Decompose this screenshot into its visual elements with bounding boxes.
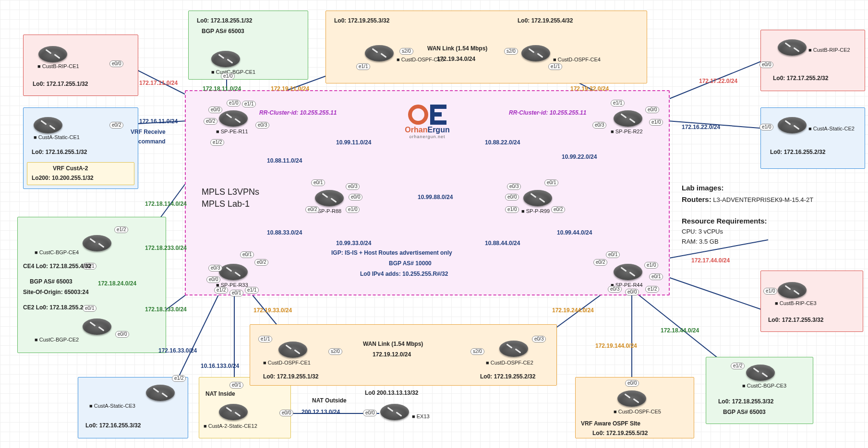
- if-r11-e00: e0/0: [208, 106, 222, 113]
- router-custb-ce2[interactable]: [778, 39, 807, 56]
- label-custc-ce4: CustC-BGP-CE4: [35, 249, 79, 255]
- if-r99-e10: e1/0: [505, 206, 519, 213]
- custd-bot-wanip: 172.19.12.0/24: [373, 351, 411, 358]
- edge-d11: 172.19.11.0/24: [271, 85, 309, 92]
- router-custc-ce4[interactable]: [83, 235, 111, 251]
- router-custa-ce3[interactable]: [146, 385, 175, 401]
- if-ca2-e10: e1/0: [760, 124, 773, 130]
- if-cc2-e01: e0/1: [83, 305, 96, 312]
- router-custd-ce5[interactable]: [617, 390, 646, 407]
- router-sp-p-r99[interactable]: [523, 190, 552, 206]
- if-r33-e02-t: e0/2: [254, 259, 268, 266]
- router-custc-ce3[interactable]: [746, 365, 775, 381]
- router-sp-p-r88[interactable]: [315, 190, 344, 206]
- router-custd-ce2[interactable]: [499, 341, 528, 357]
- if-r11-e03: e0/3: [255, 122, 269, 129]
- if-r22-e11: e1/1: [611, 100, 625, 106]
- router-custc-ce2[interactable]: [83, 318, 111, 335]
- cb3-lo: Lo0: 172.17.255.3/32: [768, 317, 823, 323]
- if-cc4-e12: e1/2: [114, 226, 128, 233]
- custa-ce1-lo: Lo0: 172.16.255.1/32: [32, 149, 87, 155]
- router-custd-ce3[interactable]: [365, 45, 394, 61]
- if-r88-e03: e0/3: [346, 183, 360, 190]
- link-10-88-44: 10.88.44.0/24: [485, 240, 520, 247]
- custa-vrf2: Lo200: 10.200.255.1/32: [32, 175, 94, 181]
- edge-c44: 172.18.44.0/24: [661, 327, 699, 334]
- edge-d244: 172.19.244.0/24: [552, 307, 594, 314]
- custb-ce2-box: [760, 30, 865, 91]
- router-sp-pe-r11[interactable]: [219, 110, 248, 127]
- if-r33-e12: e1/2: [214, 287, 228, 294]
- if-r11-e12: e1/2: [210, 139, 224, 146]
- if-r88-e00: e0/0: [349, 194, 362, 200]
- if-r44-e01-t: e0/1: [606, 251, 620, 258]
- custa-ce2-box: [760, 107, 865, 169]
- router-custb-ce3[interactable]: [778, 282, 807, 298]
- if-cdb2-e03: e0/3: [532, 336, 546, 342]
- label-custa-ce2: CustA-Static-CE2: [808, 126, 855, 131]
- if-r99-e03: e0/3: [507, 183, 521, 190]
- if-r33-e11: e1/1: [245, 287, 259, 294]
- router-custd-ce1[interactable]: [278, 342, 307, 358]
- if-r99-e02: e0/2: [551, 206, 565, 213]
- link-10-99-88: 10.99.88.0/24: [418, 194, 453, 200]
- label-custb-ce3: CustB-RIP-CE3: [775, 300, 817, 306]
- if-r99-e01: e0/1: [544, 179, 558, 186]
- if-cdb1-e11: e1/1: [258, 336, 272, 342]
- edge-d22: 172.19.22.0/24: [570, 85, 609, 92]
- link-10-88-22: 10.88.22.0/24: [485, 139, 520, 146]
- router-custd-ce4[interactable]: [521, 45, 550, 61]
- if-r44-e01-b: e0/1: [649, 273, 663, 280]
- ca2-lo: Lo0: 172.16.255.2/32: [770, 149, 825, 155]
- router-ex13[interactable]: [380, 404, 409, 420]
- if-cdb2-s20: s2/0: [470, 348, 484, 355]
- router-nat-ce12[interactable]: [219, 404, 248, 420]
- custd5-vrf: VRF Aware OSPF SIte: [581, 420, 640, 427]
- router-custa-ce1[interactable]: [34, 117, 62, 133]
- if-r33-e01-b: e0/1: [229, 290, 243, 296]
- if-r44-e12: e1/2: [645, 286, 659, 293]
- vrf-note1: VRF Receive: [131, 129, 166, 135]
- igp-line1: IGP: IS-IS + Host Routes advertisement o…: [331, 249, 452, 256]
- if-r22-e00: e0/0: [645, 106, 659, 113]
- router-custb-ce1[interactable]: [38, 46, 67, 62]
- if-nat-e01: e0/1: [229, 382, 243, 389]
- if-ca3-e12: e1/2: [172, 375, 186, 382]
- router-sp-pe-r22[interactable]: [614, 110, 642, 127]
- router-sp-pe-r44[interactable]: [614, 264, 642, 280]
- if-cc2-e00: e0/0: [115, 331, 129, 338]
- if-r44-e00: e0/0: [625, 289, 639, 295]
- if-ex13-e00: e0/0: [363, 410, 377, 416]
- cc2-lo: CE2 Lo0: 172.18.255.2: [23, 304, 83, 311]
- if-ce3-e11: e1/1: [356, 63, 370, 70]
- custb-ce1-lo: Lo0: 172.17.255.1/32: [33, 81, 88, 87]
- if-cdb1-s20: s2/0: [328, 348, 342, 355]
- label-custd-ce5: CustD-OSPF-CE5: [614, 409, 661, 414]
- custa-vrf1: VRF CustA-2: [53, 165, 88, 172]
- igp-line3: Lo0 IPv4 adds: 10.255.255.R#/32: [360, 271, 448, 277]
- if-nat-e00: e0/0: [279, 410, 293, 416]
- label-sp-pe-r22: SP-PE-R22: [611, 129, 643, 134]
- label-custc-ce3: CustC-BGP-CE3: [742, 383, 786, 389]
- label-custb-ce2: CustB-RIP-CE2: [808, 47, 850, 53]
- edge-c11: 172.18.11.0/24: [203, 85, 241, 92]
- link-10-99-33: 10.99.33.0/24: [336, 240, 371, 247]
- igp-line2: BGP AS# 10000: [389, 260, 432, 267]
- link-10-99-44: 10.99.44.0/24: [557, 229, 592, 236]
- router-custa-ce2[interactable]: [778, 117, 807, 133]
- custa-ce3-lo: Lo0: 172.16.255.3/32: [85, 422, 141, 429]
- label-custd-ce4: CustD-OSPF-CE4: [553, 57, 601, 62]
- if-r33-e00: e0/0: [206, 276, 220, 283]
- router-custc-ce1[interactable]: [211, 51, 240, 67]
- if-r44-e10: e1/0: [644, 262, 658, 269]
- edge-c24: 172.18.24.0/24: [98, 280, 136, 287]
- if-r88-e10: e1/0: [346, 206, 360, 213]
- if-ce4-e11: e1/1: [548, 63, 562, 70]
- if-r11-e02: e0/2: [204, 118, 217, 125]
- orhanergun-logo: OrhanErgun orhanergun.net: [394, 105, 461, 139]
- if-r11-e10: e1/0: [227, 100, 241, 106]
- if-r88-e02: e0/2: [305, 206, 319, 213]
- router-sp-pe-r33[interactable]: [219, 264, 248, 280]
- custd-top-wanip: 172.19.34.0/24: [437, 56, 475, 62]
- if-r44-e03: e0/3: [608, 286, 622, 293]
